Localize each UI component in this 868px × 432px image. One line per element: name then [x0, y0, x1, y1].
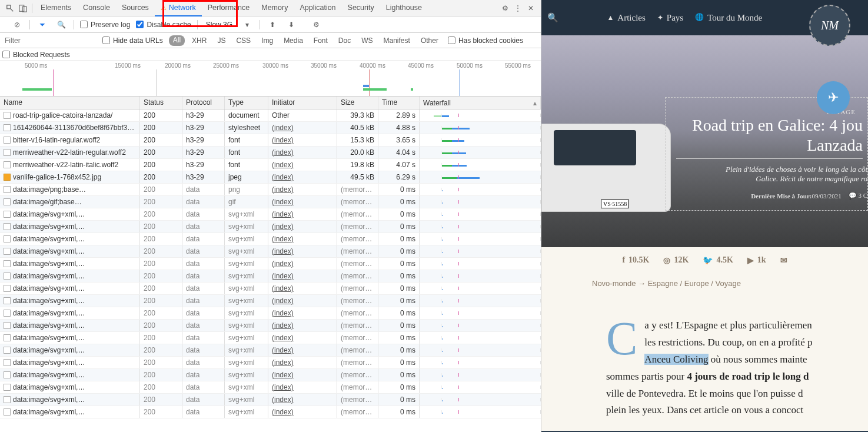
file-icon: [4, 124, 11, 131]
filter-chip-css[interactable]: CSS: [232, 35, 254, 46]
filter-chip-other[interactable]: Other: [417, 35, 442, 46]
filter-chip-manifest[interactable]: Manifest: [380, 35, 414, 46]
col-time[interactable]: Time: [378, 97, 420, 109]
nav-tour[interactable]: 🌐Tour du Monde: [695, 13, 762, 23]
throttle-select[interactable]: Slow 3G: [204, 19, 235, 30]
filter-chip-media[interactable]: Media: [280, 35, 307, 46]
tab-console[interactable]: Console: [77, 0, 116, 16]
request-row[interactable]: data:image/svg+xml,…200datasvg+xml(index…: [0, 233, 541, 245]
social-instagram[interactable]: ◎12K: [663, 255, 689, 265]
more-icon[interactable]: ⋮: [511, 2, 524, 15]
col-protocol[interactable]: Protocol: [182, 97, 225, 109]
facebook-icon: f: [622, 255, 625, 265]
request-row[interactable]: data:image/svg+xml,…200datasvg+xml(index…: [0, 245, 541, 258]
hero-title: Road trip en Galice: 4 jou Lanzada: [676, 115, 867, 159]
requests-table-body[interactable]: road-trip-galice-catoira-lanzada/200h3-2…: [0, 109, 541, 432]
request-row[interactable]: data:image/svg+xml,…200datasvg+xml(index…: [0, 283, 541, 295]
col-initiator[interactable]: Initiator: [268, 97, 337, 109]
file-icon: [4, 359, 11, 366]
filter-chip-xhr[interactable]: XHR: [188, 35, 210, 46]
filter-toggle-icon[interactable]: ⏷: [36, 18, 49, 31]
request-row[interactable]: data:image/svg+xml,…200datasvg+xml(index…: [0, 381, 541, 394]
filter-chip-ws[interactable]: WS: [358, 35, 376, 46]
settings-icon[interactable]: ⚙: [498, 2, 511, 15]
blocked-requests-checkbox[interactable]: Blocked Requests: [2, 51, 70, 59]
request-row[interactable]: data:image/gif;base…200datagif(index)(me…: [0, 196, 541, 208]
col-size[interactable]: Size: [337, 97, 378, 109]
tab-application[interactable]: Application: [294, 0, 341, 16]
category-badge-icon[interactable]: [817, 81, 850, 114]
request-row[interactable]: data:image/svg+xml,…200datasvg+xml(index…: [0, 344, 541, 357]
request-row[interactable]: data:image/svg+xml,…200datasvg+xml(index…: [0, 406, 541, 418]
filter-chip-img[interactable]: Img: [258, 35, 277, 46]
hide-data-urls-checkbox[interactable]: Hide data URLs: [102, 36, 163, 45]
request-row[interactable]: data:image/svg+xml,…200datasvg+xml(index…: [0, 258, 541, 270]
site-logo[interactable]: NM: [809, 5, 850, 46]
filter-input[interactable]: [2, 35, 97, 46]
tab-performance[interactable]: Performance: [202, 0, 256, 16]
col-status[interactable]: Status: [140, 97, 182, 109]
request-row[interactable]: data:image/svg+xml,…200datasvg+xml(index…: [0, 208, 541, 221]
preserve-log-checkbox[interactable]: Preserve log: [80, 21, 130, 29]
filter-chip-font[interactable]: Font: [310, 35, 331, 46]
network-settings-icon[interactable]: ⚙: [310, 18, 322, 31]
close-devtools-icon[interactable]: ✕: [524, 2, 537, 15]
col-name[interactable]: Name: [0, 97, 140, 109]
tab-memory[interactable]: Memory: [255, 0, 294, 16]
tab-lighthouse[interactable]: Lighthouse: [380, 0, 428, 16]
request-row[interactable]: road-trip-galice-catoira-lanzada/200h3-2…: [0, 109, 541, 122]
request-row[interactable]: data:image/svg+xml,…200datasvg+xml(index…: [0, 357, 541, 369]
article-link-highlight[interactable]: Anceu Coliving: [644, 354, 708, 365]
search-icon[interactable]: 🔍: [55, 18, 68, 31]
file-icon: [4, 235, 11, 242]
import-har-icon[interactable]: ⬆: [266, 18, 279, 31]
tab-sources[interactable]: Sources: [116, 0, 155, 16]
article-text: ville de Pontevedra. Et le moins que l'o…: [606, 388, 803, 399]
file-icon: [4, 396, 11, 403]
request-row[interactable]: 1614260644-3113670d6bef8f67bbf3…200h3-29…: [0, 122, 541, 134]
request-row[interactable]: data:image/svg+xml,…200datasvg+xml(index…: [0, 332, 541, 344]
filter-chip-all[interactable]: All: [169, 35, 185, 46]
social-mail[interactable]: ✉: [780, 255, 787, 265]
throttle-dropdown-icon[interactable]: ▾: [241, 18, 254, 31]
request-row[interactable]: data:image/svg+xml,…200datasvg+xml(index…: [0, 270, 541, 283]
file-icon: [4, 260, 11, 267]
tab-elements[interactable]: Elements: [35, 0, 77, 16]
tab-network[interactable]: Network: [155, 0, 202, 16]
site-breadcrumb[interactable]: Novo-monde → Espagne / Europe / Voyage: [541, 273, 868, 305]
file-icon: [4, 297, 11, 304]
social-youtube[interactable]: ▶1k: [747, 255, 766, 265]
disable-cache-checkbox[interactable]: Disable cache: [136, 21, 191, 29]
request-row[interactable]: data:image/svg+xml,…200datasvg+xml(index…: [0, 320, 541, 332]
request-row[interactable]: data:image/svg+xml,…200datasvg+xml(index…: [0, 369, 541, 381]
nav-articles[interactable]: ▲Articles: [607, 13, 645, 23]
request-row[interactable]: bitter-v16-latin-regular.woff2200h3-29fo…: [0, 134, 541, 147]
social-facebook[interactable]: f10.5K: [622, 255, 649, 265]
nav-search-icon[interactable]: 🔍: [547, 12, 558, 23]
filter-chip-js[interactable]: JS: [214, 35, 229, 46]
social-twitter[interactable]: 🐦4.5K: [703, 255, 733, 265]
col-waterfall[interactable]: Waterfall▴: [420, 97, 541, 109]
request-row[interactable]: merriweather-v22-latin-regular.woff2200h…: [0, 147, 541, 159]
request-row[interactable]: data:image/svg+xml,…200datasvg+xml(index…: [0, 221, 541, 233]
request-row[interactable]: vanlife-galice-1-768x452.jpg200h3-29jpeg…: [0, 171, 541, 184]
request-row[interactable]: data:image/svg+xml,…200datasvg+xml(index…: [0, 394, 541, 406]
timeline-overview[interactable]: 5000 ms15000 ms20000 ms25000 ms30000 ms3…: [0, 61, 541, 97]
col-type[interactable]: Type: [225, 97, 268, 109]
request-row[interactable]: data:image/svg+xml,…200datasvg+xml(index…: [0, 307, 541, 320]
device-toggle-icon[interactable]: [16, 2, 29, 15]
blocked-requests-row: Blocked Requests: [0, 48, 541, 61]
timeline-tick: 50000 ms: [457, 62, 483, 69]
inspect-icon[interactable]: [4, 2, 16, 15]
export-har-icon[interactable]: ⬇: [285, 18, 298, 31]
request-row[interactable]: data:image/svg+xml,…200datasvg+xml(index…: [0, 295, 541, 307]
nav-pays[interactable]: ✦Pays: [657, 13, 683, 23]
file-icon: [4, 285, 11, 292]
file-icon: [4, 322, 11, 329]
filter-chip-doc[interactable]: Doc: [335, 35, 354, 46]
request-row[interactable]: data:image/png;base…200datapng(index)(me…: [0, 184, 541, 196]
request-row[interactable]: merriweather-v22-latin-italic.woff2200h3…: [0, 159, 541, 171]
blocked-cookies-checkbox[interactable]: Has blocked cookies: [448, 36, 523, 45]
tab-security[interactable]: Security: [342, 0, 380, 16]
clear-icon[interactable]: ⊘: [11, 18, 24, 31]
